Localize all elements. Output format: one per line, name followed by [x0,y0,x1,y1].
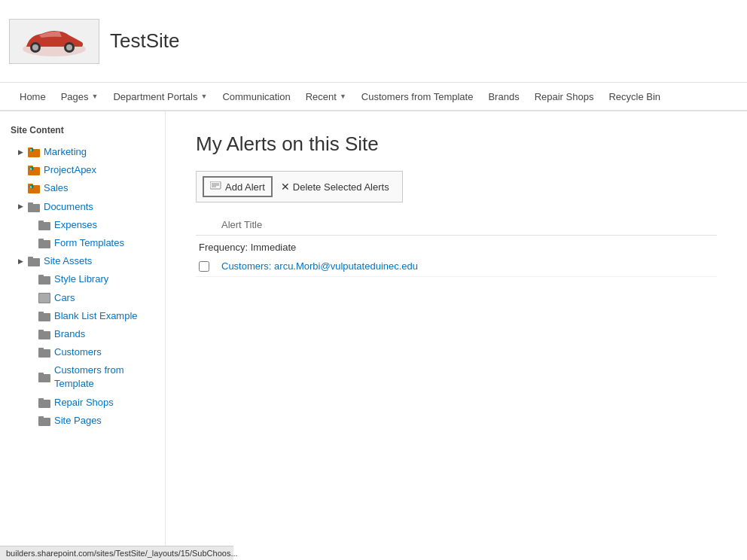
svg-rect-40 [38,416,44,419]
add-alert-icon [210,181,222,193]
folder-icon [27,200,41,214]
dept-portals-chevron-icon: ▼ [200,93,207,100]
nav-home[interactable]: Home [12,83,53,111]
sidebar-label-customers-from-template: Customers from Template [54,364,162,391]
folder-icon: S [27,181,41,195]
alert-checkbox[interactable] [199,261,221,272]
sidebar-item-expenses[interactable]: Expenses [0,216,165,234]
delete-icon: ✕ [281,181,290,193]
frequency-row: Frequency: Immediate [196,236,717,256]
sidebar-label-repair-shops: Repair Shops [54,396,114,409]
sidebar-label-blank-list: Blank List Example [54,309,138,323]
page-title: My Alerts on this Site [196,132,717,156]
sidebar-item-cars[interactable]: Cars [0,289,165,307]
svg-text:S: S [30,185,32,189]
content-area: My Alerts on this Site Add Alert ✕ Delet… [166,111,747,560]
sidebar-label-expenses: Expenses [54,218,97,232]
svg-rect-38 [38,398,44,401]
svg-rect-18 [28,202,33,205]
alert-title-column-header: Alert Title [221,219,717,230]
sidebar: Site Content ▶ S Marketing S ProjectApex… [0,111,166,560]
sidebar-label-cars: Cars [54,291,75,305]
delete-alerts-button[interactable]: ✕ Delete Selected Alerts [274,177,396,196]
folder-icon [38,218,51,232]
nav-communication[interactable]: Communication [215,83,297,111]
sidebar-item-customers[interactable]: Customers [0,343,165,361]
sidebar-item-brands[interactable]: Brands [0,325,165,343]
svg-rect-32 [38,330,44,333]
nav-pages[interactable]: Pages ▼ [53,83,106,111]
logo-area: TestSite [9,19,180,64]
sidebar-label-documents: Documents [44,200,93,214]
nav-recent[interactable]: Recent ▼ [298,83,354,111]
folder-icon: S [27,163,41,177]
svg-rect-28 [39,294,50,303]
sidebar-item-customers-from-template[interactable]: Customers from Template [0,361,165,393]
nav-recycle-bin[interactable]: Recycle Bin [601,83,668,111]
sidebar-item-repair-shops[interactable]: Repair Shops [0,394,165,412]
site-logo [9,19,99,64]
sidebar-item-marketing[interactable]: ▶ S Marketing [0,143,165,161]
svg-rect-36 [38,373,44,376]
sidebar-label-form-templates: Form Templates [54,236,124,250]
sidebar-label-site-assets: Site Assets [44,254,92,268]
svg-text:S: S [30,148,32,152]
list-icon [38,370,51,384]
sidebar-heading: Site Content [0,122,165,143]
alert-link[interactable]: Customers: arcu.Morbi@vulputateduinec.ed… [221,260,418,272]
alert-checkbox-input[interactable] [199,261,209,272]
list-icon [38,309,51,323]
main-layout: Site Content ▶ S Marketing S ProjectApex… [0,111,747,560]
sidebar-label-style-library: Style Library [54,272,108,286]
sidebar-label-marketing: Marketing [44,145,87,159]
top-bar: TestSite [0,0,747,83]
nav-repair-shops[interactable]: Repair Shops [527,83,602,111]
list-icon [38,327,51,341]
svg-point-4 [66,44,72,50]
table-row: Customers: arcu.Morbi@vulputateduinec.ed… [196,256,717,277]
alerts-table-header: Alert Title [196,215,717,236]
folder-icon [38,236,51,250]
alerts-toolbar: Add Alert ✕ Delete Selected Alerts [196,171,403,202]
status-url: builders.sharepoint.com/sites/TestSite/_… [6,549,238,558]
nav-customers-from-template[interactable]: Customers from Template [354,83,481,111]
svg-point-2 [32,44,38,50]
nav-brands[interactable]: Brands [480,83,526,111]
svg-rect-30 [38,312,44,315]
expand-icon: ▶ [18,148,27,157]
delete-alerts-label: Delete Selected Alerts [293,181,389,193]
nav-department-portals[interactable]: Department Portals ▼ [105,83,215,111]
svg-text:S: S [30,167,32,171]
pages-chevron-icon: ▼ [92,93,99,100]
folder-icon [38,272,51,286]
sidebar-item-projectapex[interactable]: S ProjectApex [0,161,165,179]
sidebar-item-sales[interactable]: S Sales [0,179,165,197]
svg-rect-22 [38,239,44,242]
list-icon [38,396,51,409]
list-icon [38,414,51,428]
sidebar-label-projectapex: ProjectApex [44,163,96,177]
sidebar-item-style-library[interactable]: Style Library [0,270,165,288]
sidebar-item-site-assets[interactable]: ▶ Site Assets [0,252,165,270]
alerts-table-area: Alert Title Frequency: Immediate Custome… [196,215,717,277]
add-alert-button[interactable]: Add Alert [203,176,273,197]
add-alert-label: Add Alert [225,181,265,193]
svg-rect-20 [38,221,44,224]
sidebar-item-form-templates[interactable]: Form Templates [0,234,165,252]
status-bar: builders.sharepoint.com/sites/TestSite/_… [0,546,233,560]
svg-rect-26 [38,275,44,278]
sidebar-item-site-pages[interactable]: Site Pages [0,412,165,430]
sidebar-label-sales: Sales [44,181,69,195]
svg-rect-34 [38,348,44,351]
sidebar-item-blank-list[interactable]: Blank List Example [0,307,165,325]
expand-icon: ▶ [18,257,27,266]
list-icon [38,345,51,359]
sidebar-item-documents[interactable]: ▶ Documents [0,198,165,216]
nav-bar: Home Pages ▼ Department Portals ▼ Commun… [0,83,747,111]
alerts-list: Customers: arcu.Morbi@vulputateduinec.ed… [196,256,717,277]
expand-icon: ▶ [18,202,27,212]
site-title: TestSite [110,29,180,53]
sidebar-label-customers: Customers [54,345,102,359]
sidebar-label-brands: Brands [54,327,85,341]
svg-rect-24 [28,257,33,260]
